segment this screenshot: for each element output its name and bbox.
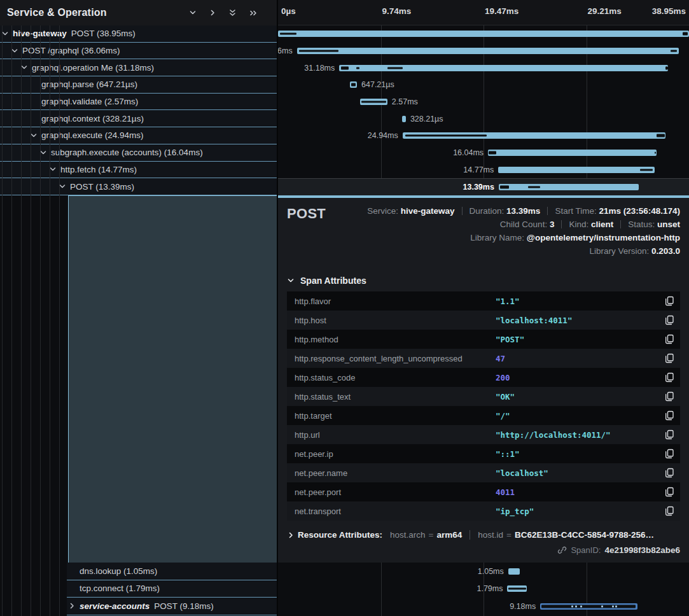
span-bar[interactable] xyxy=(339,65,668,71)
timeline-row[interactable]: 9.18ms xyxy=(278,598,689,615)
span-tree-row[interactable]: graphql.parse (647.21µs) xyxy=(0,76,277,94)
chevron-down-icon[interactable] xyxy=(11,47,22,55)
attribute-key: net.peer.port xyxy=(295,487,496,497)
overview-label: Start Time: xyxy=(555,206,599,216)
span-tree: hive-gatewayPOST (38.95ms)POST /graphql … xyxy=(0,25,277,195)
span-duration-label: 647.21µs xyxy=(357,80,394,89)
span-tree-row[interactable]: POST (13.39ms) xyxy=(0,178,277,195)
timeline-row[interactable]: 24.94ms xyxy=(278,127,689,144)
timeline-tick-label: 38.95ms xyxy=(652,6,686,16)
chevron-right-icon[interactable] xyxy=(68,602,80,610)
timeline-row[interactable]: 36.06ms xyxy=(278,43,689,60)
span-bar[interactable] xyxy=(297,48,679,54)
copy-icon[interactable] xyxy=(658,468,680,478)
timeline-row[interactable]: 328.21µs xyxy=(278,110,689,127)
copy-icon[interactable] xyxy=(658,449,680,459)
timeline-row[interactable]: 1.79ms xyxy=(278,580,689,598)
trace-viewer: Service & Operation ‖ hive-gatewayPOST (… xyxy=(0,0,689,616)
operation-label: graphql.context (328.21µs) xyxy=(41,114,144,123)
operation-label: graphql.operation Me (31.18ms) xyxy=(32,63,154,73)
overview-line: Child Count: 3Kind: clientStatus: unset xyxy=(326,218,680,231)
span-tree-row[interactable]: graphql.execute (24.94ms) xyxy=(0,127,277,144)
span-duration-label: 13.39ms xyxy=(463,183,499,192)
span-tree-row[interactable]: subgraph.execute (accounts) (16.04ms) xyxy=(0,144,277,162)
timeline-rows: 38.95ms36.06ms31.18ms647.21µs2.57ms328.2… xyxy=(278,25,689,195)
timeline-row[interactable]: 2.57ms xyxy=(278,94,689,111)
timeline-row[interactable]: 14.77ms xyxy=(278,162,689,179)
span-bar[interactable] xyxy=(488,150,657,156)
attribute-row: net.transport"ip_tcp" xyxy=(287,501,680,521)
chevron-down-icon[interactable] xyxy=(59,183,70,190)
span-bar[interactable] xyxy=(403,132,665,139)
tree-header: Service & Operation xyxy=(0,0,277,25)
chevron-down-icon[interactable] xyxy=(30,132,41,139)
child-span-segment xyxy=(341,66,349,69)
span-tree-row[interactable]: graphql.validate (2.57ms) xyxy=(0,94,277,111)
overview-value: 13.39ms xyxy=(506,206,540,216)
span-bar[interactable] xyxy=(350,81,357,88)
operation-label: http.fetch (14.77ms) xyxy=(60,165,137,174)
double-chevron-right-icon[interactable] xyxy=(249,9,258,17)
resource-equals: = xyxy=(506,530,512,540)
copy-icon[interactable] xyxy=(658,430,680,440)
overview-line: Library Version: 0.203.0 xyxy=(326,244,680,258)
span-bar[interactable] xyxy=(540,603,637,610)
copy-icon[interactable] xyxy=(658,506,680,516)
span-tree-row[interactable]: http.fetch (14.77ms) xyxy=(0,162,277,179)
timeline-ruler: 0µs9.74ms19.47ms29.21ms38.95ms xyxy=(278,0,689,25)
chevron-down-icon[interactable] xyxy=(189,9,197,17)
child-span-segment xyxy=(671,50,677,52)
span-tree-row[interactable]: dns.lookup (1.05ms) xyxy=(67,563,277,580)
span-duration-label: 1.79ms xyxy=(477,584,507,593)
timeline-row[interactable]: 647.21µs xyxy=(278,76,689,94)
copy-icon[interactable] xyxy=(658,410,680,421)
span-tree-row[interactable]: POST /graphql (36.06ms) xyxy=(0,43,277,60)
attribute-value: 200 xyxy=(496,373,658,382)
span-bar[interactable] xyxy=(507,585,527,592)
span-duration-label: 36.06ms xyxy=(278,46,297,55)
span-bar[interactable] xyxy=(360,99,387,105)
span-attributes-header[interactable]: Span Attributes xyxy=(287,276,680,286)
attribute-value: "localhost" xyxy=(496,468,658,478)
timeline-row[interactable]: 38.95ms xyxy=(278,25,689,43)
timeline-row[interactable]: 31.18ms xyxy=(278,59,689,76)
resource-attributes-row[interactable]: Resource Attributes: host.arch=arm64host… xyxy=(287,530,680,540)
span-tick-dot xyxy=(612,605,614,607)
double-chevron-down-icon[interactable] xyxy=(228,8,237,17)
span-bar[interactable] xyxy=(499,184,639,190)
copy-icon[interactable] xyxy=(658,391,680,402)
span-bar[interactable] xyxy=(278,31,689,37)
child-span-segment xyxy=(299,50,338,52)
span-duration-label: 2.57ms xyxy=(387,97,418,106)
copy-icon[interactable] xyxy=(658,315,680,325)
attribute-key: http.flavor xyxy=(295,297,496,306)
copy-icon[interactable] xyxy=(658,334,680,344)
timeline-row[interactable]: 13.39ms xyxy=(278,178,689,195)
copy-icon[interactable] xyxy=(658,296,680,306)
chevron-right-icon[interactable] xyxy=(209,9,216,17)
span-tree-row[interactable]: tcp.connect (1.79ms) xyxy=(67,580,277,598)
overview-line: Service: hive-gatewayDuration: 13.39msSt… xyxy=(326,204,680,218)
panel-divider[interactable] xyxy=(277,0,278,616)
timeline-row[interactable]: 16.04ms xyxy=(278,144,689,162)
span-bar[interactable] xyxy=(508,568,520,575)
attribute-row: http.method"POST" xyxy=(287,330,680,349)
span-tree-row[interactable]: hive-gatewayPOST (38.95ms) xyxy=(0,25,277,43)
attribute-key: http.url xyxy=(295,430,496,440)
span-tree-row[interactable]: graphql.operation Me (31.18ms) xyxy=(0,59,277,76)
chevron-down-icon[interactable] xyxy=(49,165,60,173)
chevron-down-icon[interactable] xyxy=(39,149,51,157)
copy-icon[interactable] xyxy=(658,372,680,382)
timeline-row[interactable]: 1.05ms xyxy=(278,563,689,580)
span-tree-row[interactable]: service-accountsPOST (9.18ms) xyxy=(67,598,277,615)
span-bar[interactable] xyxy=(498,167,655,173)
copy-icon[interactable] xyxy=(658,487,680,497)
chevron-down-icon[interactable] xyxy=(1,30,13,38)
service-name: service-accounts xyxy=(80,601,150,611)
span-tree-row[interactable]: graphql.context (328.21µs) xyxy=(0,110,277,127)
chevron-down-icon[interactable] xyxy=(20,64,32,71)
operation-label: POST (13.39ms) xyxy=(70,182,134,192)
operation-label: graphql.execute (24.94ms) xyxy=(41,130,144,140)
link-icon[interactable] xyxy=(557,545,567,555)
copy-icon[interactable] xyxy=(658,353,680,363)
